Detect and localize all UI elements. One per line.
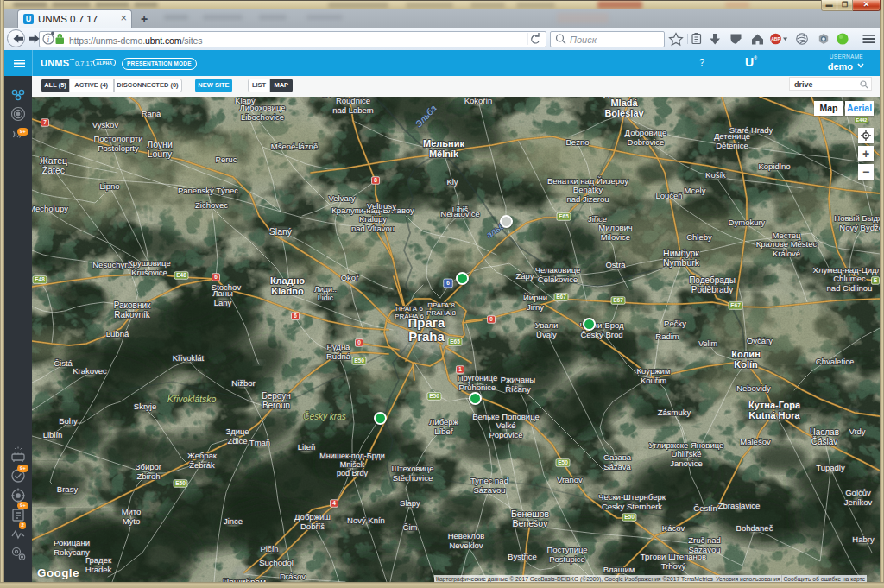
svg-text:ABP: ABP (771, 36, 780, 41)
